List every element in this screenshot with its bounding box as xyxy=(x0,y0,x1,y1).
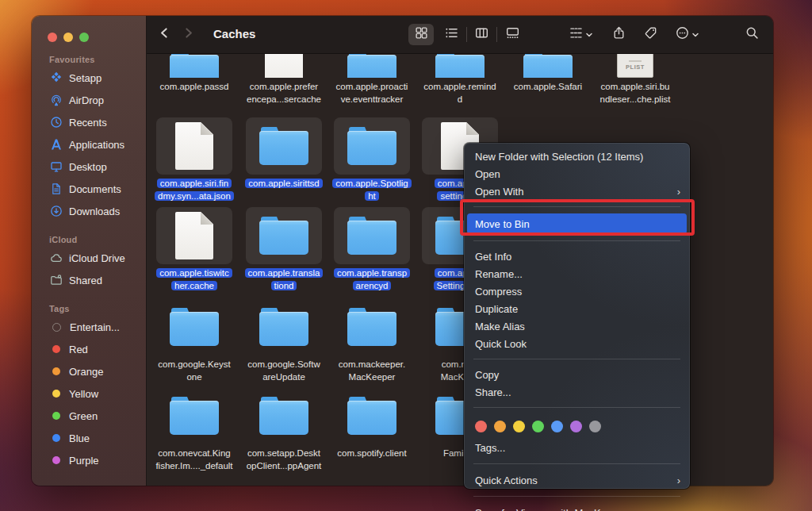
sidebar-item-desktop[interactable]: Desktop xyxy=(32,156,146,178)
columns-view-icon xyxy=(475,26,488,43)
gallery-view-button[interactable] xyxy=(499,24,526,45)
sidebar-item-setapp[interactable]: Setapp xyxy=(32,67,146,89)
tag-color-dot[interactable] xyxy=(589,421,601,432)
folder-item[interactable]: com.apple.passd xyxy=(151,54,237,94)
folder-item[interactable]: com.apple.remind d xyxy=(417,54,503,106)
tag-color-dot[interactable] xyxy=(513,421,525,432)
tag-color-dot[interactable] xyxy=(494,421,506,432)
document-icon xyxy=(265,54,303,78)
menu-item-open[interactable]: Open xyxy=(464,165,690,182)
back-button[interactable] xyxy=(153,24,175,45)
item-icon-area xyxy=(334,387,410,444)
window-title: Caches xyxy=(213,27,255,40)
menu-item-move-to-bin[interactable]: Move to Bin xyxy=(467,213,687,234)
menu-item-open-with[interactable]: Open With› xyxy=(464,182,690,200)
folder-item[interactable]: com.setapp.Deskt opClient...ppAgent xyxy=(241,387,327,472)
file-item[interactable]: com.apple.prefer encepa...sercache xyxy=(241,54,327,106)
list-view-button[interactable] xyxy=(439,24,464,45)
sidebar-item-applications[interactable]: Applications xyxy=(32,133,146,156)
menu-item-make-alias[interactable]: Make Alias xyxy=(464,317,690,335)
item-icon-area xyxy=(246,207,322,264)
folder-item[interactable]: com.apple.transla tiond xyxy=(241,207,327,292)
menu-item-label: Tags... xyxy=(475,442,505,454)
forward-button[interactable] xyxy=(177,24,199,45)
tag-icon xyxy=(644,26,657,43)
folder-icon xyxy=(259,217,308,255)
grid-view-button[interactable] xyxy=(408,24,434,45)
folder-item[interactable]: com.apple.Safari xyxy=(505,54,591,94)
folder-item[interactable]: com.google.Softw areUpdate xyxy=(241,298,327,383)
search-button[interactable] xyxy=(740,24,764,45)
menu-item-copy[interactable]: Copy xyxy=(464,366,690,383)
menu-item-rename[interactable]: Rename... xyxy=(464,265,690,282)
sidebar-item-icloud-drive[interactable]: iCloud Drive xyxy=(32,247,146,269)
plist-file-icon: PLIST xyxy=(617,54,653,78)
item-icon-area xyxy=(334,207,410,264)
menu-item-scan-for-viruses-with-mackeeper[interactable]: Scan for Viruses with MacKeeper xyxy=(464,503,690,511)
folder-item[interactable]: com.apple.proacti ve.eventtracker xyxy=(329,54,415,106)
submenu-chevron-icon: › xyxy=(677,474,680,486)
file-item[interactable]: com.apple.tiswitc her.cache xyxy=(151,207,237,292)
folder-item[interactable]: com.onevcat.King fisher.Im...._default xyxy=(151,387,237,472)
tag-button[interactable] xyxy=(638,24,662,45)
item-name-label: com.apple.prefer encepa...sercache xyxy=(243,82,324,104)
share-button[interactable] xyxy=(607,24,630,45)
group-by-button[interactable] xyxy=(564,24,599,45)
tag-color-dot[interactable] xyxy=(532,421,544,432)
folder-icon xyxy=(347,308,396,346)
sidebar-item-orange[interactable]: Orange xyxy=(32,360,146,382)
menu-separator xyxy=(464,203,690,210)
item-name-label: com.onevcat.King fisher.Im...._default xyxy=(152,448,236,471)
tag-color-dot[interactable] xyxy=(570,421,582,432)
tag-dot-icon xyxy=(52,367,60,375)
sidebar-item-green[interactable]: Green xyxy=(32,405,146,427)
minimize-window-button[interactable] xyxy=(63,33,73,42)
folder-item[interactable]: com.spotify.client xyxy=(329,387,415,460)
menu-item-tags[interactable]: Tags... xyxy=(464,438,690,457)
folder-item[interactable]: com.apple.transp arencyd xyxy=(329,207,415,292)
menu-item-duplicate[interactable]: Duplicate xyxy=(464,300,690,317)
setapp-icon xyxy=(50,71,63,84)
folder-icon xyxy=(259,127,308,165)
sidebar-item-label: Documents xyxy=(69,183,121,195)
sidebar-item-shared[interactable]: Shared xyxy=(32,269,146,291)
columns-view-button[interactable] xyxy=(469,24,494,45)
folder-item[interactable]: com.apple.Spotlig ht xyxy=(329,117,415,202)
sidebar-item-yellow[interactable]: Yellow xyxy=(32,382,146,405)
menu-item-new-folder-with-selection-12-items[interactable]: New Folder with Selection (12 Items) xyxy=(464,148,690,165)
chevron-down-icon xyxy=(691,28,699,42)
menu-item-get-info[interactable]: Get Info xyxy=(464,248,690,265)
item-icon-area xyxy=(246,117,322,175)
share-icon xyxy=(612,26,626,43)
sidebar-item-label: Desktop xyxy=(69,161,107,173)
menu-item-quick-actions[interactable]: Quick Actions› xyxy=(464,471,690,490)
sidebar-item-documents[interactable]: Documents xyxy=(32,178,146,200)
more-actions-button[interactable] xyxy=(670,24,705,45)
sidebar-item-entertain[interactable]: Entertain... xyxy=(32,316,146,338)
close-window-button[interactable] xyxy=(48,33,57,42)
menu-item-compress[interactable]: Compress xyxy=(464,282,690,300)
folder-icon xyxy=(347,54,396,78)
sidebar-item-recents[interactable]: Recents xyxy=(32,111,146,133)
sidebar-item-downloads[interactable]: Downloads xyxy=(32,200,146,222)
tag-color-dot[interactable] xyxy=(551,421,563,432)
file-item[interactable]: com.apple.siri.fin dmy.syn...ata.json xyxy=(151,117,237,202)
item-icon-area xyxy=(156,117,232,175)
file-item[interactable]: PLISTcom.apple.siri.bu ndleser...che.pli… xyxy=(592,54,678,106)
sidebar-item-red[interactable]: Red xyxy=(32,338,146,360)
sidebar-item-blue[interactable]: Blue xyxy=(32,427,146,449)
menu-item-quick-look[interactable]: Quick Look xyxy=(464,335,690,352)
folder-item[interactable]: com.apple.sirittsd xyxy=(241,117,327,190)
folder-icon xyxy=(347,127,396,165)
sidebar-item-airdrop[interactable]: AirDrop xyxy=(32,89,146,111)
sidebar-item-label: Downloads xyxy=(69,206,120,217)
tag-color-dot[interactable] xyxy=(475,421,487,432)
sidebar-item-purple[interactable]: Purple xyxy=(32,449,146,471)
folder-item[interactable]: com.google.Keyst one xyxy=(151,298,237,383)
item-name-label: com.apple.siri.fin dmy.syn...ata.json xyxy=(155,179,234,201)
menu-item-label: Copy xyxy=(475,369,499,381)
menu-item-share[interactable]: Share... xyxy=(464,383,690,401)
zoom-window-button[interactable] xyxy=(79,33,89,42)
desktop-icon xyxy=(50,160,63,173)
folder-item[interactable]: com.mackeeper. MacKeeper xyxy=(329,298,415,383)
